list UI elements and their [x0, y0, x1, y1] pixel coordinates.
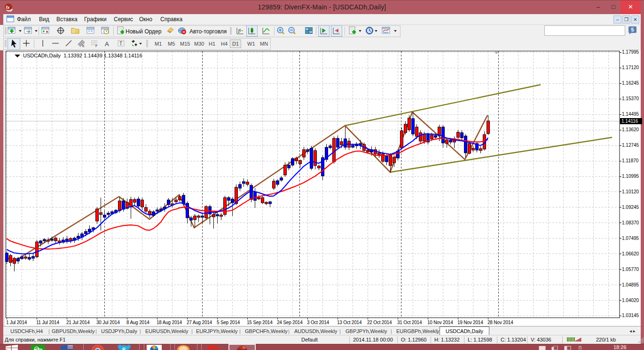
svg-text:1.03145: 1.03145: [622, 313, 639, 318]
svg-text:11 Jul 2014: 11 Jul 2014: [36, 320, 59, 325]
svg-text:1.04020: 1.04020: [622, 298, 639, 303]
svg-text:USDCADh,Daily 1.13392 1.14439: USDCADh,Daily 1.13392 1.14439 1.13348 1.…: [23, 53, 142, 58]
svg-text:1.17120: 1.17120: [622, 65, 639, 70]
svg-text:5 Sep 2014: 5 Sep 2014: [217, 320, 240, 325]
svg-text:1.06620: 1.06620: [622, 251, 639, 256]
svg-text:31 Oct 2014: 31 Oct 2014: [397, 320, 422, 325]
svg-text:1.16245: 1.16245: [622, 80, 639, 86]
svg-text:1.12745: 1.12745: [622, 143, 639, 148]
svg-text:S: S: [122, 346, 126, 350]
svg-text:10 Nov 2014: 10 Nov 2014: [427, 320, 453, 325]
svg-text:19 Nov 2014: 19 Nov 2014: [457, 320, 483, 325]
svg-text:1.04895: 1.04895: [622, 282, 639, 287]
svg-text:1.10995: 1.10995: [622, 174, 639, 179]
svg-text:22 Oct 2014: 22 Oct 2014: [367, 320, 392, 325]
svg-text:1.13620: 1.13620: [622, 127, 639, 132]
svg-text:18 Aug 2014: 18 Aug 2014: [157, 320, 182, 325]
svg-text:1.08370: 1.08370: [622, 220, 639, 225]
svg-text:30 Jul 2014: 30 Jul 2014: [96, 320, 120, 325]
svg-text:28 Nov 2014: 28 Nov 2014: [487, 320, 513, 325]
svg-text:1.10120: 1.10120: [622, 189, 639, 194]
svg-text:1.09245: 1.09245: [622, 205, 639, 210]
svg-text:1.15370: 1.15370: [622, 96, 639, 101]
svg-text:3 Oct 2014: 3 Oct 2014: [307, 320, 330, 325]
svg-text:1.14495: 1.14495: [622, 111, 639, 117]
svg-text:1 Jul 2014: 1 Jul 2014: [6, 320, 27, 325]
svg-text:1.11870: 1.11870: [622, 158, 639, 163]
svg-text:27 Aug 2014: 27 Aug 2014: [187, 320, 212, 325]
svg-text:8 Aug 2014: 8 Aug 2014: [126, 320, 149, 325]
svg-text:15 Sep 2014: 15 Sep 2014: [247, 320, 273, 325]
svg-text:1.07495: 1.07495: [622, 236, 639, 241]
svg-text:21 Jul 2014: 21 Jul 2014: [66, 320, 90, 325]
svg-text:1.05770: 1.05770: [622, 267, 639, 272]
svg-text:24 Sep 2014: 24 Sep 2014: [277, 320, 303, 325]
svg-text:13 Oct 2014: 13 Oct 2014: [337, 320, 362, 325]
svg-text:1.17995: 1.17995: [622, 49, 639, 55]
svg-text:1.14116: 1.14116: [621, 119, 638, 124]
